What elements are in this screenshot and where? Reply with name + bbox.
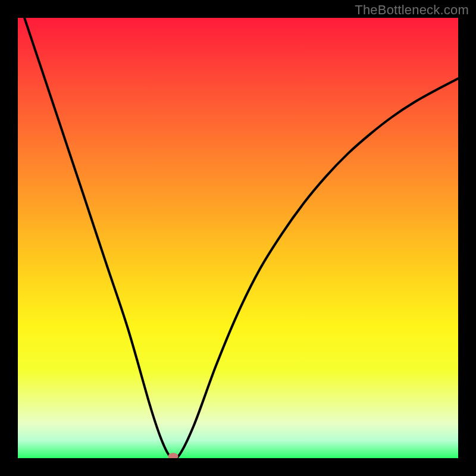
plot-area (18, 18, 458, 458)
bottleneck-curve (18, 18, 458, 458)
optimal-point-marker (168, 453, 178, 458)
watermark-text: TheBottleneck.com (355, 2, 469, 18)
chart-frame: TheBottleneck.com (0, 0, 476, 476)
